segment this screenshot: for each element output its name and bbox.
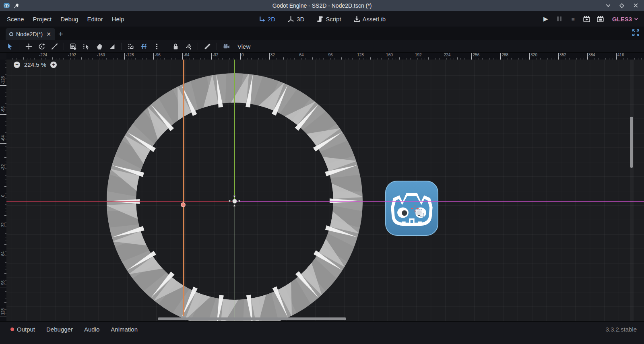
2d-icon — [258, 16, 265, 23]
smart-snap-icon — [128, 43, 134, 50]
3d-icon — [287, 16, 294, 23]
lock-icon — [172, 43, 179, 50]
rotate-tool-button[interactable] — [36, 41, 47, 51]
ss2d-ring-shape[interactable] — [6, 60, 644, 321]
workspace-3d[interactable]: 3D — [284, 14, 308, 24]
ruler-label: 256 — [473, 53, 480, 57]
group-button[interactable] — [183, 41, 194, 51]
pause-button[interactable] — [555, 14, 564, 23]
tab-close-button[interactable]: ✕ — [46, 31, 51, 37]
ruler-label: -224 — [39, 53, 47, 57]
canvas-toolbar: View — [0, 40, 644, 53]
workspace-2d[interactable]: 2D — [255, 14, 279, 24]
ruler-label: -32 — [1, 161, 5, 173]
pan-tool-icon — [96, 43, 103, 50]
ruler-label: 64 — [299, 53, 304, 57]
bottom-tab-output[interactable]: Output — [6, 324, 40, 334]
move-tool-button[interactable] — [23, 41, 34, 51]
skeleton-options-button[interactable] — [221, 41, 232, 51]
distraction-free-button[interactable] — [632, 29, 639, 38]
output-error-dot — [10, 328, 14, 331]
bone-button[interactable] — [202, 41, 213, 51]
ruler-vertical: -128-96-64-320326496128 — [0, 60, 6, 321]
lock-button[interactable] — [170, 41, 181, 51]
viewport-canvas[interactable]: − 224.5 % + — [6, 60, 644, 321]
expand-icon — [632, 29, 639, 36]
move-tool-icon — [25, 43, 32, 50]
scale-tool-icon — [51, 43, 58, 50]
shape-control-point[interactable] — [181, 202, 186, 207]
version-label: 3.3.2.stable — [605, 326, 644, 333]
ruler-tool-button[interactable] — [106, 41, 118, 51]
edit-guide-line — [183, 60, 184, 316]
ruler-label: -64 — [184, 53, 189, 57]
view-menu[interactable]: View — [233, 43, 254, 50]
zoom-in-button[interactable]: + — [50, 62, 57, 68]
ruler-label: 96 — [1, 276, 5, 288]
ruler-label: -128 — [1, 74, 5, 87]
rotate-tool-icon — [38, 43, 45, 50]
list-select-button[interactable] — [68, 41, 79, 51]
add-scene-button[interactable]: + — [55, 28, 66, 40]
grid-snap-icon — [140, 43, 147, 50]
drag-cursor-icon — [415, 209, 422, 215]
vertical-scrollbar-track[interactable] — [630, 60, 633, 321]
godot-logo-icon — [3, 2, 10, 9]
scene-tab-node2d[interactable]: Node2D(*) ✕ — [6, 28, 55, 40]
y-axis-line — [234, 60, 235, 201]
pin-icon — [14, 3, 19, 8]
select-tool-button[interactable] — [4, 41, 15, 51]
snap-options-button[interactable] — [151, 41, 162, 51]
point-select-button[interactable] — [80, 41, 92, 51]
ruler-label: 320 — [530, 53, 537, 57]
scene-tab-label: Node2D(*) — [16, 31, 43, 37]
ruler-label: 416 — [617, 53, 624, 57]
ruler-label: 128 — [1, 305, 5, 317]
x-axis-line — [6, 201, 235, 202]
scale-tool-button[interactable] — [49, 41, 60, 51]
bottom-panel: Output Debugger Audio Animation 3.3.2.st… — [0, 321, 644, 344]
ruler-label: -160 — [97, 53, 105, 57]
ruler-tool-icon — [109, 43, 116, 50]
bottom-tab-audio[interactable]: Audio — [79, 324, 104, 334]
zoom-level[interactable]: 224.5 % — [24, 61, 46, 68]
bottom-tab-debugger[interactable]: Debugger — [41, 324, 78, 334]
ruler-label: 192 — [415, 53, 422, 57]
workspace-assetlib[interactable]: AssetLib — [350, 14, 389, 24]
ruler-label: -96 — [155, 53, 160, 57]
horizontal-scrollbar-thumb[interactable] — [158, 317, 346, 320]
pause-icon — [557, 16, 561, 21]
ruler-label: -32 — [213, 53, 218, 57]
grid-snap-button[interactable] — [138, 41, 149, 51]
window-title: Godot Engine - SS2D - Node2D.tscn (*) — [0, 2, 644, 9]
x-axis-line-magenta — [235, 201, 644, 202]
ruler-label: 0 — [1, 190, 5, 202]
smart-snap-button[interactable] — [125, 41, 136, 51]
ruler-label: -96 — [1, 103, 5, 115]
workspace-script[interactable]: Script — [313, 14, 344, 24]
origin-gizmo[interactable] — [230, 196, 239, 206]
ruler-horizontal: -224-192-160-128-96-64-32032649612816019… — [6, 53, 644, 60]
close-icon — [634, 3, 638, 8]
bottom-tab-animation[interactable]: Animation — [106, 324, 142, 334]
ruler-label: 32 — [1, 219, 5, 231]
zoom-controls: − 224.5 % + — [14, 61, 57, 68]
ruler-label: 0 — [242, 53, 244, 57]
stop-button[interactable]: ■ — [569, 14, 578, 23]
ruler-label: -128 — [126, 53, 134, 57]
maximize-button[interactable] — [619, 3, 625, 8]
pan-tool-button[interactable] — [93, 41, 105, 51]
vertical-scrollbar-thumb[interactable] — [630, 117, 633, 168]
ruler-label: 32 — [270, 53, 275, 57]
minimize-button[interactable] — [605, 3, 611, 8]
camera-icon — [223, 43, 230, 50]
ruler-label: 160 — [386, 53, 393, 57]
ruler-label: 224 — [444, 53, 451, 57]
ruler-label: 384 — [588, 53, 595, 57]
ruler-label: 128 — [357, 53, 364, 57]
bone-icon — [204, 43, 211, 50]
close-button[interactable] — [633, 3, 638, 8]
godot-editor-window: Godot Engine - SS2D - Node2D.tscn (*) Sc — [0, 0, 644, 344]
scene-tab-bar: Node2D(*) ✕ + — [0, 27, 644, 40]
zoom-out-button[interactable]: − — [14, 62, 20, 68]
